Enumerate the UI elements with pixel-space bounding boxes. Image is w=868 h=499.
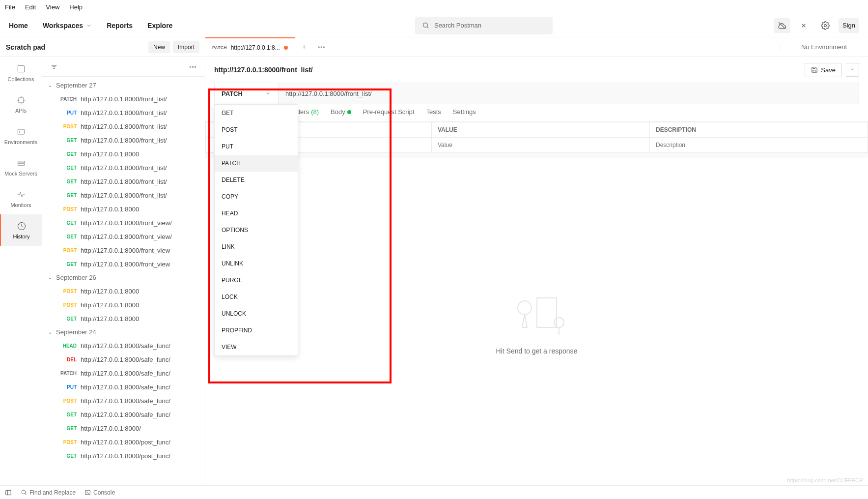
- nav-reports[interactable]: Reports: [107, 22, 133, 29]
- tab-prerequest[interactable]: Pre-request Script: [363, 108, 415, 116]
- method-option-head[interactable]: HEAD: [215, 205, 298, 222]
- history-date-group[interactable]: ⌄September 27: [42, 79, 205, 92]
- history-item[interactable]: POSThttp://127.0.0.1:8000/front_list/: [42, 119, 205, 133]
- menu-view[interactable]: View: [46, 3, 59, 11]
- rail-collections[interactable]: Collections: [0, 57, 42, 88]
- history-item[interactable]: GEThttp://127.0.0.1:8000/front_list/: [42, 188, 205, 202]
- history-item[interactable]: POSThttp://127.0.0.1:8000/safe_func/: [42, 394, 205, 408]
- sign-in-button[interactable]: Sign: [839, 18, 859, 33]
- rail-mock-servers[interactable]: Mock Servers: [0, 151, 42, 183]
- method-option-post[interactable]: POST: [215, 121, 298, 138]
- new-button[interactable]: New: [148, 41, 170, 53]
- svg-point-19: [518, 301, 532, 315]
- request-name[interactable]: http://127.0.0.1:8000/front_list/: [214, 66, 313, 74]
- method-option-copy[interactable]: COPY: [215, 188, 298, 205]
- history-list[interactable]: ⌄September 27PATCHhttp://127.0.0.1:8000/…: [42, 77, 205, 485]
- request-tab[interactable]: PATCH http://127.0.0.1:8...: [205, 37, 295, 57]
- nav-workspaces[interactable]: Workspaces: [43, 22, 92, 29]
- method-select[interactable]: PATCH: [215, 83, 279, 104]
- menu-file[interactable]: File: [5, 3, 15, 11]
- svg-point-3: [824, 24, 827, 27]
- save-button[interactable]: Save: [805, 63, 842, 77]
- history-item[interactable]: GEThttp://127.0.0.1:8000/: [42, 421, 205, 435]
- history-item[interactable]: GEThttp://127.0.0.1:8000/front_view: [42, 257, 205, 271]
- history-item[interactable]: POSThttp://127.0.0.1:8000: [42, 284, 205, 298]
- history-item[interactable]: GEThttp://127.0.0.1:8000/front_list/: [42, 161, 205, 175]
- svg-rect-4: [18, 65, 24, 72]
- history-item[interactable]: GEThttp://127.0.0.1:8000/front_list/: [42, 133, 205, 147]
- tab-tests[interactable]: Tests: [426, 108, 441, 116]
- history-item[interactable]: POSThttp://127.0.0.1:8000: [42, 202, 205, 216]
- history-item[interactable]: GEThttp://127.0.0.1:8000/front_view/: [42, 216, 205, 230]
- unsaved-dot-icon: [284, 46, 288, 50]
- console-button[interactable]: Console: [84, 489, 115, 496]
- method-option-unlink[interactable]: UNLINK: [215, 255, 298, 272]
- environment-selector[interactable]: No Environment: [780, 43, 868, 51]
- method-dropdown[interactable]: GETPOSTPUTPATCHDELETECOPYHEADOPTIONSLINK…: [214, 104, 298, 356]
- workspace-bar: Scratch pad New Import PATCH http://127.…: [0, 37, 868, 57]
- history-date-group[interactable]: ⌄September 26: [42, 271, 205, 284]
- sidebar-toggle-button[interactable]: [5, 489, 12, 496]
- workspace-title: Scratch pad: [6, 43, 45, 51]
- method-option-propfind[interactable]: PROPFIND: [215, 322, 298, 339]
- svg-rect-12: [18, 161, 24, 162]
- method-option-delete[interactable]: DELETE: [215, 172, 298, 188]
- svg-point-24: [22, 490, 26, 494]
- method-option-unlock[interactable]: UNLOCK: [215, 305, 298, 322]
- history-item[interactable]: GEThttp://127.0.0.1:8000: [42, 312, 205, 325]
- value-input[interactable]: [438, 142, 644, 148]
- save-dropdown-button[interactable]: [846, 63, 859, 77]
- menu-edit[interactable]: Edit: [25, 3, 36, 11]
- history-item[interactable]: PATCHhttp://127.0.0.1:8000/front_list/: [42, 92, 205, 106]
- method-option-link[interactable]: LINK: [215, 238, 298, 255]
- history-date-group[interactable]: ⌄September 24: [42, 325, 205, 339]
- history-item[interactable]: GEThttp://127.0.0.1:8000/safe_func/: [42, 408, 205, 421]
- history-item[interactable]: PUThttp://127.0.0.1:8000/front_list/: [42, 106, 205, 119]
- history-item[interactable]: GEThttp://127.0.0.1:8000: [42, 147, 205, 161]
- history-item[interactable]: HEADhttp://127.0.0.1:8000/safe_func/: [42, 339, 205, 352]
- value-header: VALUE: [432, 122, 650, 138]
- settings-icon[interactable]: [817, 18, 834, 33]
- menu-help[interactable]: Help: [69, 3, 83, 11]
- method-option-lock[interactable]: LOCK: [215, 289, 298, 305]
- description-input[interactable]: [656, 142, 862, 148]
- tab-body[interactable]: Body: [331, 108, 351, 116]
- svg-rect-18: [537, 298, 557, 327]
- history-item[interactable]: POSThttp://127.0.0.1:8000/post_func/: [42, 435, 205, 449]
- sidebar-more-button[interactable]: •••: [186, 60, 200, 74]
- method-option-get[interactable]: GET: [215, 105, 298, 121]
- history-item[interactable]: GEThttp://127.0.0.1:8000/front_list/: [42, 175, 205, 188]
- history-item[interactable]: DELhttp://127.0.0.1:8000/safe_func/: [42, 352, 205, 366]
- method-option-view[interactable]: VIEW: [215, 339, 298, 355]
- cloud-off-icon[interactable]: [774, 18, 790, 33]
- capture-icon[interactable]: [795, 18, 812, 33]
- tab-more-button[interactable]: •••: [313, 37, 331, 57]
- method-option-purge[interactable]: PURGE: [215, 272, 298, 289]
- method-option-put[interactable]: PUT: [215, 138, 298, 155]
- rail-apis[interactable]: APIs: [0, 88, 42, 120]
- tab-settings[interactable]: Settings: [453, 108, 476, 116]
- history-item[interactable]: POSThttp://127.0.0.1:8000/front_view: [42, 243, 205, 257]
- method-option-options[interactable]: OPTIONS: [215, 222, 298, 238]
- url-input[interactable]: [279, 83, 859, 104]
- import-button[interactable]: Import: [173, 41, 199, 53]
- watermark: https://blog.csdn.net/CUFEECR: [787, 477, 863, 483]
- find-replace-button[interactable]: Find and Replace: [21, 489, 76, 496]
- response-empty-text: Hit Send to get a response: [496, 347, 578, 355]
- history-item[interactable]: PUThttp://127.0.0.1:8000/safe_func/: [42, 380, 205, 394]
- nav-home[interactable]: Home: [9, 22, 28, 29]
- rail-environments[interactable]: Environments: [0, 120, 42, 151]
- history-item[interactable]: PATCHhttp://127.0.0.1:8000/safe_func/: [42, 366, 205, 380]
- rail-history[interactable]: History: [0, 214, 42, 246]
- add-tab-button[interactable]: ＋: [295, 37, 313, 57]
- nav-explore[interactable]: Explore: [147, 22, 172, 29]
- rail-monitors[interactable]: Monitors: [0, 183, 42, 214]
- history-item[interactable]: GEThttp://127.0.0.1:8000/post_func/: [42, 449, 205, 463]
- search-input[interactable]: Search Postman: [415, 17, 553, 34]
- filter-button[interactable]: [47, 60, 61, 74]
- url-bar: PATCH: [214, 83, 859, 104]
- history-item[interactable]: POSThttp://127.0.0.1:8000: [42, 298, 205, 312]
- method-option-patch[interactable]: PATCH: [215, 155, 298, 172]
- history-item[interactable]: GEThttp://127.0.0.1:8000/front_view/: [42, 230, 205, 243]
- description-header: DESCRIPTION: [650, 122, 868, 138]
